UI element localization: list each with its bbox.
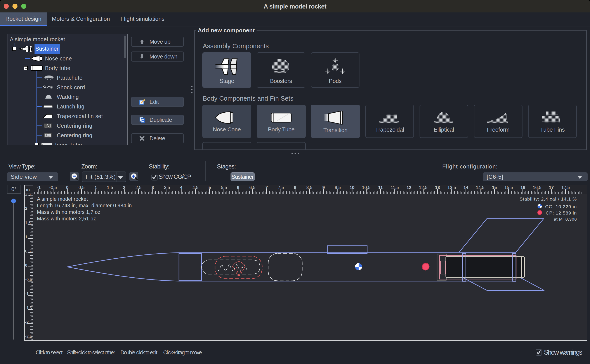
svg-text:12: 12 [406, 185, 411, 190]
svg-text:10: 10 [350, 185, 355, 190]
svg-text:15: 15 [492, 185, 497, 190]
svg-text:0,5: 0,5 [78, 185, 85, 190]
svg-text:CG: 10,229 in: CG: 10,229 in [545, 204, 577, 209]
svg-text:CP: 12,589 in: CP: 12,589 in [546, 210, 577, 215]
svg-text:2: 2 [25, 206, 27, 211]
svg-text:-1: -1 [37, 185, 41, 190]
svg-text:Stability: 2,4 cal / 14,1 %: Stability: 2,4 cal / 14,1 % [520, 196, 577, 202]
svg-text:9,5: 9,5 [335, 185, 341, 190]
svg-text:Mass with no motors 1,7 oz: Mass with no motors 1,7 oz [37, 209, 100, 215]
svg-text:16,5: 16,5 [533, 185, 541, 190]
svg-text:5,5: 5,5 [221, 185, 227, 190]
svg-text:4,5: 4,5 [192, 185, 198, 190]
svg-text:5: 5 [208, 185, 211, 190]
svg-text:0: 0 [25, 263, 27, 267]
svg-text:16: 16 [521, 185, 525, 190]
svg-text:A simple model rocket: A simple model rocket [37, 196, 88, 202]
svg-text:-2: -2 [25, 320, 29, 325]
svg-text:7: 7 [266, 185, 268, 190]
svg-text:at M=0,300: at M=0,300 [554, 217, 577, 221]
svg-text:6: 6 [237, 185, 239, 190]
svg-text:17,5: 17,5 [561, 185, 570, 190]
svg-text:11,5: 11,5 [391, 185, 399, 190]
svg-text:Mass with motors 2,51 oz: Mass with motors 2,51 oz [37, 216, 96, 221]
svg-text:15,5: 15,5 [504, 185, 513, 190]
svg-text:1,5: 1,5 [107, 185, 113, 190]
svg-text:3: 3 [151, 185, 154, 190]
svg-text:Length 16,748 in, max. diamete: Length 16,748 in, max. diameter 0,984 in [37, 203, 132, 208]
svg-text:17: 17 [549, 185, 554, 190]
svg-text:8: 8 [294, 185, 296, 190]
svg-text:4: 4 [180, 185, 183, 190]
svg-text:13,5: 13,5 [448, 185, 456, 190]
svg-text:9: 9 [322, 185, 325, 190]
svg-text:6,5: 6,5 [249, 185, 255, 190]
svg-text:7,5: 7,5 [278, 185, 284, 190]
svg-text:1: 1 [95, 185, 97, 190]
svg-text:14: 14 [463, 185, 469, 190]
svg-text:11: 11 [378, 185, 383, 190]
svg-text:8,5: 8,5 [306, 185, 313, 190]
svg-text:0: 0 [66, 185, 68, 190]
svg-text:2: 2 [123, 185, 125, 190]
svg-text:1: 1 [25, 235, 27, 239]
svg-text:3,5: 3,5 [164, 185, 170, 190]
svg-text:2,5: 2,5 [135, 185, 142, 190]
svg-text:-1: -1 [25, 292, 29, 296]
svg-text:12,5: 12,5 [419, 185, 427, 190]
svg-text:in: in [26, 187, 30, 193]
svg-text:-0,5: -0,5 [49, 185, 57, 190]
svg-text:14,5: 14,5 [476, 185, 484, 190]
svg-text:10,5: 10,5 [362, 185, 371, 190]
svg-text:13: 13 [435, 185, 440, 190]
